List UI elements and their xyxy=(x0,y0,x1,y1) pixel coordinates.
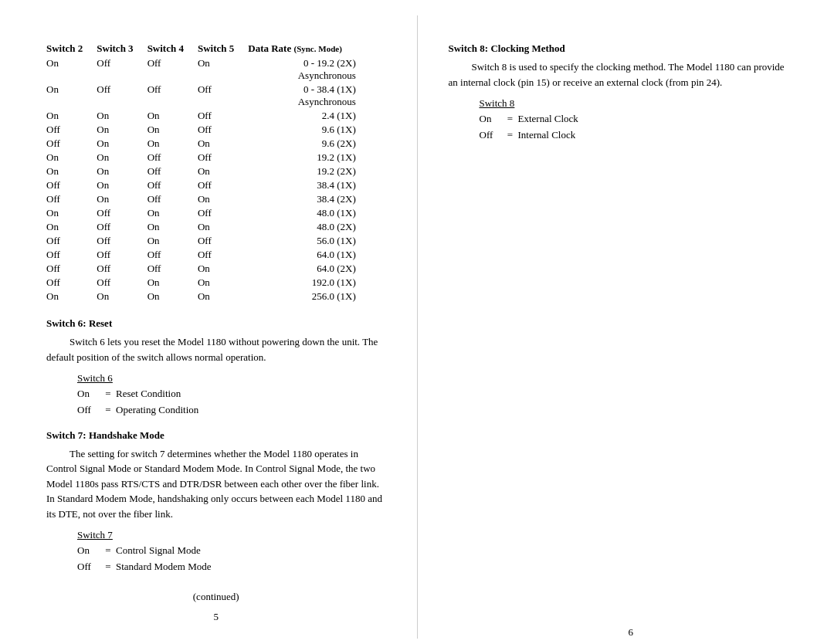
switch-value: Off xyxy=(198,123,248,137)
switch-value: On xyxy=(147,206,198,220)
list-item: On=Control Signal Mode xyxy=(77,543,386,559)
list-item: On=Reset Condition xyxy=(77,386,386,402)
switch-value: Off xyxy=(147,248,198,262)
switch-value: Off xyxy=(46,137,97,151)
data-rate-value: 64.0 (2X) xyxy=(248,262,356,276)
table-row: OffOnOffOn38.4 (2X) xyxy=(46,192,356,206)
data-rate-value: 48.0 (2X) xyxy=(248,220,356,234)
switch-value: Off xyxy=(198,178,248,192)
sync-mode-label: (Sync. Mode) xyxy=(293,44,341,53)
switch-value: Off xyxy=(147,262,198,276)
table-row: OnOffOnOff48.0 (1X) xyxy=(46,206,356,220)
switch-value: On xyxy=(198,56,248,83)
switch-value: Off xyxy=(198,151,248,164)
switch-value: Off xyxy=(198,83,248,109)
switch-value: On xyxy=(46,220,97,234)
switch-table-section: Switch 2 Switch 3 Switch 4 Switch 5 Data… xyxy=(46,42,386,303)
state-description: Standard Modem Mode xyxy=(116,559,386,575)
data-rate-value: 256.0 (1X) xyxy=(248,290,356,303)
switch-value: Off xyxy=(97,206,147,220)
switch-value: On xyxy=(97,290,147,303)
switch-value: On xyxy=(147,123,198,137)
page-number-left: 5 xyxy=(46,611,386,623)
col-header-switch5: Switch 5 xyxy=(198,42,248,56)
table-row: OffOffOnOn192.0 (1X) xyxy=(46,276,356,290)
switch-value: Off xyxy=(147,151,198,164)
switch-value: On xyxy=(198,290,248,303)
switch-value: Off xyxy=(97,220,147,234)
switch-value: On xyxy=(46,151,97,164)
switch6-subtable: Switch 6 On=Reset ConditionOff=Operating… xyxy=(77,372,386,419)
switch-value: Off xyxy=(97,83,147,109)
table-row: OffOnOnOff9.6 (1X) xyxy=(46,123,356,137)
switch-state: Off xyxy=(480,127,503,144)
data-rate-value: 56.0 (1X) xyxy=(248,234,356,248)
switch-value: On xyxy=(198,262,248,276)
data-rate-value: 19.2 (2X) xyxy=(248,164,356,178)
switch-value: On xyxy=(97,151,147,164)
switch-state: Off xyxy=(77,559,100,575)
data-rate-value: 64.0 (1X) xyxy=(248,248,356,262)
switch6-body: Switch 6 lets you reset the Model 1180 w… xyxy=(46,334,386,364)
equals-sign: = xyxy=(100,543,116,559)
data-rate-value: 19.2 (1X) xyxy=(248,151,356,164)
switch-value: On xyxy=(147,290,198,303)
continued-label: (continued) xyxy=(46,591,386,603)
switch8-body: Switch 8 is used to specify the clocking… xyxy=(449,59,788,90)
switch-value: On xyxy=(198,164,248,178)
list-item: Off=Operating Condition xyxy=(77,402,386,419)
col-header-switch2: Switch 2 xyxy=(46,42,97,56)
switch-state: Off xyxy=(77,402,100,419)
switch-value: On xyxy=(97,123,147,137)
switch-value: Off xyxy=(198,234,248,248)
switch-value: Off xyxy=(147,56,198,83)
list-item: Off=Standard Modem Mode xyxy=(77,559,386,575)
page-number-right: 6 xyxy=(629,626,634,639)
switch-value: Off xyxy=(97,248,147,262)
switch-value: On xyxy=(46,206,97,220)
switch-value: On xyxy=(97,192,147,206)
switch-value: Off xyxy=(46,178,97,192)
switch-value: Off xyxy=(147,164,198,178)
equals-sign: = xyxy=(100,402,116,419)
state-description: Internal Clock xyxy=(518,127,788,144)
switch-value: Off xyxy=(97,56,147,83)
switch-state: On xyxy=(77,386,100,402)
switch-value: On xyxy=(97,109,147,123)
switch-value: On xyxy=(97,178,147,192)
switch6-subtitle: Switch 6 xyxy=(77,372,386,385)
switch-value: Off xyxy=(147,178,198,192)
switch-value: On xyxy=(198,220,248,234)
data-rate-value: 192.0 (1X) xyxy=(248,276,356,290)
switch-value: Off xyxy=(198,109,248,123)
table-row: OffOffOffOn64.0 (2X) xyxy=(46,262,356,276)
switch7-subtable: Switch 7 On=Control Signal ModeOff=Stand… xyxy=(77,529,386,575)
switch-value: Off xyxy=(46,276,97,290)
table-row: OnOffOnOn48.0 (2X) xyxy=(46,220,356,234)
switch7-title: Switch 7: Handshake Mode xyxy=(46,429,386,442)
switch7-subtitle: Switch 7 xyxy=(77,529,386,541)
switch-value: Off xyxy=(97,234,147,248)
switch6-section: Switch 6: Reset Switch 6 lets you reset … xyxy=(46,317,386,419)
table-row: OnOffOffOff0 - 38.4 (1X)Asynchronous xyxy=(46,83,356,109)
state-description: Reset Condition xyxy=(116,386,386,402)
list-item: On=External Clock xyxy=(480,111,788,127)
list-item: Off=Internal Clock xyxy=(480,127,788,144)
table-row: OffOnOnOn9.6 (2X) xyxy=(46,137,356,151)
switch-value: On xyxy=(147,137,198,151)
data-rate-value: 38.4 (1X) xyxy=(248,178,356,192)
data-rate-table: Switch 2 Switch 3 Switch 4 Switch 5 Data… xyxy=(46,42,356,303)
equals-sign: = xyxy=(100,386,116,402)
switch-value: Off xyxy=(46,262,97,276)
data-rate-value: 9.6 (1X) xyxy=(248,123,356,137)
switch7-section: Switch 7: Handshake Mode The setting for… xyxy=(46,429,386,575)
state-description: Control Signal Mode xyxy=(116,543,386,559)
table-row: OnOnOffOff19.2 (1X) xyxy=(46,151,356,164)
table-row: OnOffOffOn0 - 19.2 (2X)Asynchronous xyxy=(46,56,356,83)
switch-value: On xyxy=(147,109,198,123)
state-description: Operating Condition xyxy=(116,402,386,419)
switch6-title: Switch 6: Reset xyxy=(46,317,386,330)
switch-value: Off xyxy=(46,234,97,248)
switch-value: On xyxy=(147,220,198,234)
switch-value: On xyxy=(147,276,198,290)
